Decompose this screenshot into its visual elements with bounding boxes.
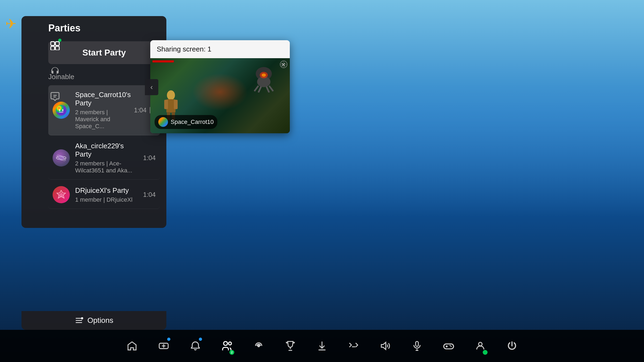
sharing-user-avatar — [158, 117, 168, 127]
taskbar-broadcast[interactable] — [249, 337, 268, 355]
svg-rect-1 — [56, 42, 59, 45]
svg-point-55 — [478, 342, 482, 346]
sidebar-item-game-activity[interactable] — [47, 38, 63, 53]
options-bar[interactable]: Options — [21, 311, 166, 330]
taskbar-power[interactable] — [503, 337, 521, 355]
top-decoration: ✈ — [5, 16, 17, 32]
sidebar-item-chat[interactable] — [47, 89, 63, 104]
taskbar-remote-play[interactable] — [344, 337, 363, 355]
trophy-icon — [285, 341, 296, 351]
party-name-1: Space_Carrot10's Party — [75, 91, 131, 107]
sharing-screen-popup: Sharing screen: 1 — [150, 40, 290, 133]
svg-rect-2 — [51, 46, 54, 50]
svg-point-42 — [229, 342, 232, 345]
taskbar-controller[interactable] — [439, 337, 458, 355]
hud-health — [152, 60, 174, 62]
options-label: Options — [87, 316, 114, 325]
svg-rect-21 — [164, 100, 168, 109]
mic-icon — [412, 341, 422, 351]
game-library-notification — [167, 338, 170, 341]
svg-marker-46 — [381, 342, 386, 350]
party-info-2: Aka_circle229's Party 2 members | Ace-Wi… — [75, 142, 140, 174]
party-info-1: Space_Carrot10's Party 2 members | Maver… — [75, 91, 131, 130]
profile-online-badge — [483, 350, 488, 355]
power-icon — [507, 341, 517, 351]
home-icon — [127, 341, 137, 351]
svg-rect-17 — [76, 322, 82, 323]
sharing-username: Space_Carrot10 — [171, 119, 214, 125]
social-badge: 2 — [229, 350, 234, 355]
svg-rect-3 — [56, 46, 59, 50]
options-menu-icon — [75, 316, 83, 325]
svg-line-28 — [258, 87, 261, 93]
svg-point-53 — [449, 345, 451, 346]
sharing-screen-content: Space_Carrot10 — [150, 58, 290, 133]
svg-point-43 — [257, 345, 260, 347]
remote-play-icon — [348, 341, 359, 351]
chevron-left-icon: ‹ — [150, 83, 153, 91]
svg-rect-16 — [76, 320, 82, 321]
party-name-3: DRjuiceXl's Party — [75, 186, 140, 195]
party-members-3: 1 member | DRjuiceXl — [75, 196, 140, 203]
profile-icon — [475, 341, 486, 351]
game-enemy — [252, 66, 276, 93]
taskbar-mic[interactable] — [408, 337, 426, 355]
svg-point-19 — [167, 90, 175, 100]
svg-rect-47 — [416, 341, 418, 346]
party-time-3: 1:04 — [143, 191, 156, 198]
sharing-screen-title: Sharing screen: 1 — [150, 40, 290, 58]
svg-line-29 — [266, 87, 269, 93]
party-members-1: 2 members | Maverick and Space_C... — [75, 109, 131, 130]
taskbar-notifications[interactable] — [186, 337, 205, 355]
active-indicator — [58, 39, 61, 42]
party-name-2: Aka_circle229's Party — [75, 142, 140, 158]
svg-point-18 — [81, 317, 83, 319]
svg-rect-22 — [174, 100, 178, 109]
taskbar-download[interactable] — [313, 337, 331, 355]
broadcast-icon — [253, 341, 264, 351]
svg-line-30 — [269, 86, 273, 91]
svg-rect-0 — [51, 42, 54, 45]
svg-point-41 — [224, 342, 228, 346]
party-members-2: 2 members | Ace-Wilcat3651 and Aka... — [75, 160, 140, 174]
taskbar-social[interactable]: 2 — [218, 337, 236, 355]
taskbar-game-library[interactable] — [154, 337, 173, 355]
taskbar-sound[interactable] — [376, 337, 395, 355]
panel-collapse-button[interactable]: ‹ — [145, 79, 158, 95]
svg-rect-50 — [444, 344, 454, 349]
party-info-3: DRjuiceXl's Party 1 member | DRjuiceXl — [75, 186, 140, 203]
svg-point-54 — [451, 346, 452, 347]
notifications-icon — [190, 341, 201, 351]
taskbar-trophy[interactable] — [281, 337, 300, 355]
party-time-1: 1:04 — [134, 106, 147, 114]
download-icon — [317, 341, 327, 351]
notifications-badge — [199, 338, 202, 341]
game-library-icon — [158, 341, 169, 351]
parties-panel: Parties Start Party Joinable — [21, 16, 166, 228]
taskbar: 2 — [0, 330, 644, 362]
sharing-close-button[interactable] — [279, 60, 288, 69]
sidebar — [43, 32, 67, 244]
svg-line-27 — [254, 86, 258, 91]
taskbar-profile[interactable] — [471, 337, 490, 355]
svg-point-32 — [262, 73, 266, 77]
sharing-user-badge: Space_Carrot10 — [155, 115, 217, 129]
taskbar-home[interactable] — [123, 337, 141, 355]
party-time-2: 1:04 — [143, 154, 156, 162]
sound-icon — [380, 341, 391, 351]
sidebar-item-headset[interactable] — [47, 63, 63, 78]
controller-icon — [443, 340, 455, 352]
